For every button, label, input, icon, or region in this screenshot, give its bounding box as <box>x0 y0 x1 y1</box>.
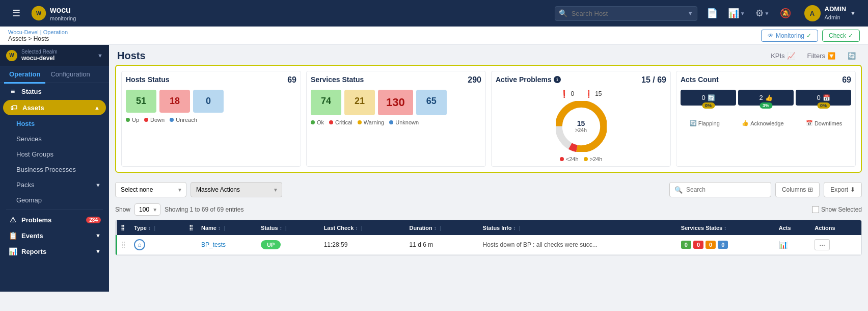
td-statusinfo: Hosts down of BP : all checks were succ.… <box>479 235 677 255</box>
settings-button[interactable]: ⚙ ▼ <box>752 6 773 21</box>
show-selected-button[interactable]: Show Selected <box>812 206 862 213</box>
svc-unknown-num: 0 <box>718 241 728 249</box>
sidebar-item-status[interactable]: ≡ Status <box>2 84 107 99</box>
sidebar-item-packs[interactable]: Packs ▼ <box>2 177 107 192</box>
search-host-input[interactable] <box>555 6 697 21</box>
flapping-pct: 0% <box>702 102 715 109</box>
sidebar-item-business-processes[interactable]: Business Processes <box>2 162 107 177</box>
td-actions: ··· <box>810 235 861 255</box>
kpis-button[interactable]: KPIs 📈 <box>767 50 799 62</box>
dot-lt24 <box>560 157 564 161</box>
ack-num: 2 <box>759 94 763 101</box>
hosts-up-box: 51 <box>126 90 156 113</box>
sidebar-status-label: Status <box>21 88 42 95</box>
wocu-logo: W <box>31 5 47 21</box>
realm-selector[interactable]: W Selected Realm wocu-devel ▼ <box>0 45 109 66</box>
dt-pct: 0% <box>817 102 830 109</box>
th-duration[interactable]: Duration ↕ | <box>405 220 479 235</box>
th-lastcheck[interactable]: Last Check ↕ | <box>320 220 405 235</box>
select-option-dropdown[interactable]: Select none <box>115 182 186 197</box>
tab-configuration[interactable]: Configuration <box>45 66 95 84</box>
notifications-button[interactable]: 🔕 <box>777 6 794 21</box>
monitoring-button[interactable]: 👁 Monitoring ✓ <box>761 30 818 42</box>
check-label: Check <box>829 32 846 39</box>
events-caret-icon: ▼ <box>95 232 101 239</box>
search-input[interactable] <box>669 182 771 197</box>
services-status-boxes: 74 21 130 65 <box>311 90 481 115</box>
th-name-label: Name <box>201 225 216 231</box>
th-statusinfo-label: Status Info <box>483 225 512 231</box>
ack-box: 2 👍 3% <box>738 90 794 106</box>
legend-unknown-label: Unknown <box>395 119 419 125</box>
sidebar-bp-label: Business Processes <box>16 166 76 173</box>
export-label: Export <box>830 186 848 193</box>
hamburger-button[interactable]: ☰ <box>8 6 24 21</box>
legend-critical-label: Critical <box>335 119 352 125</box>
th-actions-label: Actions <box>815 225 835 231</box>
select-massive-dropdown[interactable]: Massive Actions <box>191 182 282 197</box>
th-statusinfo-sep: | <box>519 225 521 231</box>
show-selected-checkbox[interactable] <box>812 206 819 213</box>
sidebar-item-hostgroups[interactable]: Host Groups <box>2 147 107 162</box>
check-button[interactable]: Check ✓ <box>822 30 860 42</box>
table-row: ⣿ ⌂ BP_tests UP 11:28:59 11 d <box>117 235 862 255</box>
sidebar-item-problems[interactable]: ⚠ Problems 234 <box>2 212 107 227</box>
sidebar-item-hosts[interactable]: Hosts <box>2 116 107 131</box>
main-layout: W Selected Realm wocu-devel ▼ Operation … <box>0 45 868 292</box>
host-name-link[interactable]: BP_tests <box>201 241 226 248</box>
sidebar-item-reports[interactable]: 📊 Reports ▼ <box>2 244 107 259</box>
kpis-icon: 📈 <box>787 52 795 60</box>
sidebar-item-geomap[interactable]: Geomap <box>2 193 107 208</box>
search-host-wrapper: 🔍 ▼ <box>555 6 697 21</box>
dashboard-button[interactable]: 📊 ▼ <box>725 6 748 21</box>
svg-text:W: W <box>36 10 42 16</box>
th-lastcheck-sep: | <box>361 225 362 231</box>
th-svcstates-label: Services States <box>681 225 722 231</box>
acts-count-header: Acts Count 69 <box>681 75 851 85</box>
tab-operation[interactable]: Operation <box>4 66 45 84</box>
sidebar-item-events[interactable]: 📋 Events ▼ <box>2 228 107 243</box>
th-type[interactable]: Type ↕ | <box>130 220 185 235</box>
legend-down: Down <box>144 117 165 123</box>
reports-icon: 📊 <box>8 247 17 255</box>
columns-button[interactable]: Columns ⊞ <box>775 182 820 197</box>
info-icon: ℹ <box>554 76 561 83</box>
check-ok-icon: ✓ <box>848 32 853 39</box>
user-area[interactable]: A ADMIN Admin ▼ <box>800 3 860 23</box>
sidebar-item-services[interactable]: Services <box>2 132 107 146</box>
sidebar-hosts-label: Hosts <box>16 120 35 127</box>
breadcrumb-top: Wocu-Devel | Operation <box>8 29 68 35</box>
more-actions-button[interactable]: ··· <box>815 239 830 250</box>
dot-ok <box>311 120 315 124</box>
notes-button[interactable]: 📄 <box>703 6 721 21</box>
th-name-sort-icon: ↕ <box>218 225 221 231</box>
legend-flapping: 🔄 Flapping <box>690 120 720 126</box>
legend-ack: 👍 Acknowledge <box>742 120 783 126</box>
show-select[interactable]: 100 <box>134 203 160 216</box>
export-button[interactable]: Export ⬇ <box>824 182 862 197</box>
monitoring-icon: 👁 <box>768 32 774 39</box>
dt-legend-label: Downtimes <box>815 120 842 126</box>
th-name[interactable]: Name ↕ | <box>197 220 257 235</box>
acts-chart-button[interactable]: 📊 <box>779 241 788 249</box>
filters-button[interactable]: Filters 🔽 <box>803 50 839 62</box>
search-box-wrap: 🔍 <box>669 182 771 197</box>
sidebar-item-assets[interactable]: 🏷 Assets ▲ <box>3 100 106 115</box>
search-input-icon: 🔍 <box>674 186 683 194</box>
refresh-button[interactable]: 🔄 <box>844 50 860 62</box>
legend-up-label: Up <box>132 117 139 123</box>
th-statusinfo[interactable]: Status Info ↕ | <box>479 220 677 235</box>
assets-caret-icon: ▲ <box>94 105 100 111</box>
refresh-icon: 🔄 <box>848 52 856 60</box>
acts-boxes: 0 🔄 0% 2 👍 3% 0 <box>681 90 851 113</box>
sidebar: W Selected Realm wocu-devel ▼ Operation … <box>0 45 109 292</box>
td-duration: 11 d 6 m <box>405 235 479 255</box>
th-svcstates[interactable]: Services States ↕ <box>677 220 775 235</box>
nav-icons-group: 📄 📊 ▼ ⚙ ▼ 🔕 <box>703 6 794 21</box>
dot-gt24 <box>584 157 588 161</box>
breadcrumb-path: Assets > Hosts <box>8 35 68 42</box>
th-status[interactable]: Status ↕ | <box>257 220 320 235</box>
packs-caret-icon: ▼ <box>95 182 101 188</box>
monitoring-label: Monitoring <box>776 32 804 39</box>
legend-warning: Warning <box>358 119 385 125</box>
